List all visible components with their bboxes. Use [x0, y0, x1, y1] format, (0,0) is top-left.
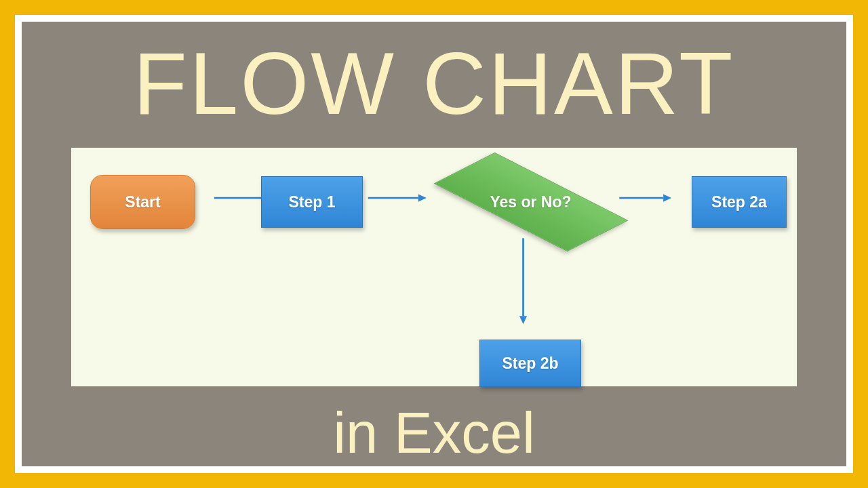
flow-node-step2b-label: Step 2b	[502, 354, 558, 373]
flowchart-canvas: Start Step 1 Yes or No? Step 2a Step 2b	[71, 148, 797, 386]
flow-node-step2a: Step 2a	[692, 176, 787, 228]
flow-node-start: Start	[90, 175, 195, 229]
svg-marker-3	[418, 195, 427, 202]
svg-marker-5	[663, 195, 671, 202]
flow-node-decision-label: Yes or No?	[490, 193, 571, 211]
flow-node-step2b: Step 2b	[479, 340, 581, 387]
subtitle: in Excel	[333, 400, 535, 466]
flow-node-step2a-label: Step 2a	[711, 193, 767, 211]
flow-node-step1-label: Step 1	[288, 193, 335, 211]
outer-frame: FLOW CHART Start	[0, 0, 868, 488]
flow-node-start-label: Start	[125, 193, 160, 211]
main-title: FLOW CHART	[133, 39, 734, 127]
svg-marker-7	[519, 316, 527, 324]
flow-node-decision: Yes or No?	[427, 157, 634, 247]
gray-background-panel: FLOW CHART Start	[22, 22, 846, 466]
flow-node-step1: Step 1	[261, 176, 363, 228]
inner-white-border: FLOW CHART Start	[15, 15, 853, 473]
